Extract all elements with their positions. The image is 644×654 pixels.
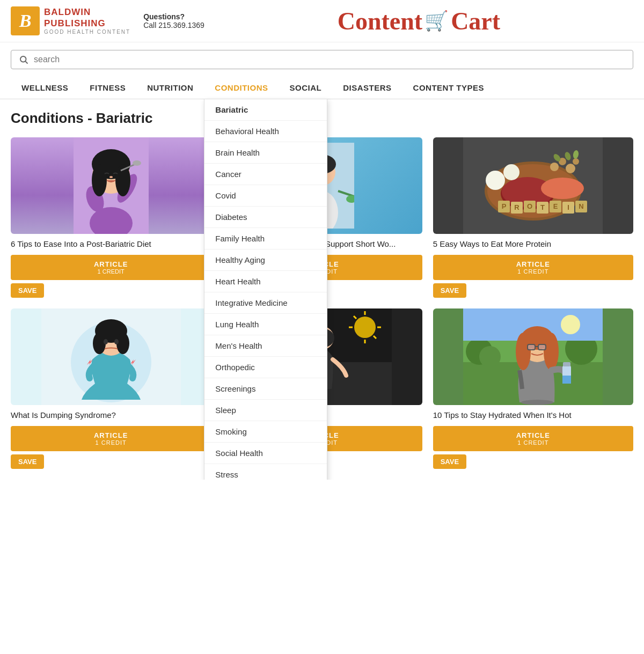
svg-point-79 [544, 333, 559, 370]
dropdown-item-heart-health[interactable]: Heart Health [204, 271, 327, 292]
svg-text:O: O [527, 202, 532, 210]
logo-area: B BALDWINPUBLISHING GOOD HEALTH CONTENT [11, 6, 130, 35]
content-word: Content [338, 7, 422, 35]
card-4-save-button[interactable]: SAVE [11, 454, 44, 469]
dropdown-item-orthopedic[interactable]: Orthopedic [204, 357, 327, 378]
nav-item-content-types[interactable]: CONTENT TYPES [402, 77, 495, 99]
hydrate-image [463, 308, 603, 405]
card-1-article-button[interactable]: ARTICLE 1 CREDIT [11, 255, 211, 280]
card-6-credit: 1 CREDIT [438, 439, 628, 446]
card-1-image [11, 137, 211, 234]
svg-point-12 [133, 160, 141, 166]
card-4-credit: 1 CREDIT [16, 439, 206, 446]
svg-text:E: E [553, 202, 558, 210]
svg-point-0 [20, 56, 26, 62]
contact-info: Questions? Call 215.369.1369 [143, 12, 204, 30]
card-6: 10 Tips to Stay Hydrated When It's Hot A… [433, 308, 633, 469]
card-1: 6 Tips to Ease Into a Post-Bariatric Die… [11, 137, 211, 298]
nav-item-fitness[interactable]: FITNESS [79, 77, 136, 99]
conditions-dropdown: Bariatric Behavioral Health Brain Health… [204, 99, 327, 480]
card-1-save-button[interactable]: SAVE [11, 283, 44, 298]
dropdown-item-stress[interactable]: Stress [204, 464, 327, 480]
card-1-type: ARTICLE [16, 260, 206, 268]
bariatric-woman-illustration [74, 137, 149, 234]
dropdown-item-bariatric[interactable]: Bariatric [204, 99, 327, 121]
svg-point-75 [561, 315, 580, 334]
cart-word: Cart [451, 7, 500, 35]
card-6-image [433, 308, 633, 405]
search-bar[interactable] [11, 50, 633, 69]
nav-bar: WELLNESS FITNESS NUTRITION CONDITIONS Ba… [0, 77, 644, 99]
dropdown-item-sleep[interactable]: Sleep [204, 400, 327, 421]
dropdown-item-screenings[interactable]: Screenings [204, 378, 327, 400]
svg-point-27 [550, 163, 559, 171]
svg-rect-85 [562, 376, 571, 384]
card-3-type: ARTICLE [438, 260, 628, 268]
svg-point-54 [104, 339, 108, 344]
svg-point-26 [503, 164, 519, 180]
brand-tagline: GOOD HEALTH CONTENT [44, 29, 130, 35]
card-6-type: ARTICLE [438, 431, 628, 439]
dropdown-item-brain-health[interactable]: Brain Health [204, 142, 327, 164]
dropdown-item-diabetes[interactable]: Diabetes [204, 207, 327, 228]
svg-point-86 [521, 400, 553, 405]
search-icon [19, 55, 28, 64]
dropdown-item-family-health[interactable]: Family Health [204, 228, 327, 249]
dropdown-item-social-health[interactable]: Social Health [204, 443, 327, 464]
nav-item-disasters[interactable]: DISASTERS [332, 77, 402, 99]
card-4-type: ARTICLE [16, 431, 206, 439]
svg-point-29 [566, 164, 575, 173]
svg-point-10 [109, 176, 113, 178]
nav-item-conditions[interactable]: CONDITIONS [204, 77, 279, 99]
svg-point-25 [486, 171, 505, 190]
card-4-title: What Is Dumping Syndrome? [11, 409, 211, 421]
logo-b: B [11, 6, 40, 35]
brand-name: BALDWINPUBLISHING [44, 7, 130, 29]
svg-text:N: N [579, 202, 584, 210]
card-4-article-button[interactable]: ARTICLE 1 CREDIT [11, 426, 211, 451]
nav-item-wellness[interactable]: WELLNESS [11, 77, 79, 99]
header: B BALDWINPUBLISHING GOOD HEALTH CONTENT … [0, 0, 644, 42]
svg-point-53 [116, 333, 129, 354]
svg-point-55 [114, 339, 119, 344]
brand-text: BALDWINPUBLISHING GOOD HEALTH CONTENT [44, 7, 130, 35]
content-cart-title: Content 🛒 Cart [338, 7, 500, 35]
card-3-save-button[interactable]: SAVE [433, 283, 466, 298]
nav-item-social[interactable]: SOCIAL [279, 77, 333, 99]
cart-icon: 🛒 [425, 10, 449, 32]
card-3-credit: 1 CREDIT [438, 268, 628, 275]
dropdown-item-cancer[interactable]: Cancer [204, 164, 327, 185]
card-6-save-button[interactable]: SAVE [433, 454, 466, 469]
search-input[interactable] [34, 55, 625, 64]
card-1-credit: 1 CREDIT [16, 268, 206, 275]
svg-text:T: T [540, 203, 545, 211]
svg-point-60 [354, 317, 376, 338]
dropdown-item-behavioral-health[interactable]: Behavioral Health [204, 121, 327, 142]
protein-image: P R O T E I N [463, 137, 603, 234]
card-3: P R O T E I N [433, 137, 633, 298]
dropdown-item-integrative-medicine[interactable]: Integrative Medicine [204, 292, 327, 314]
svg-point-24 [541, 178, 584, 199]
dropdown-item-lung-health[interactable]: Lung Health [204, 314, 327, 335]
dropdown-item-smoking[interactable]: Smoking [204, 421, 327, 443]
card-3-article-button[interactable]: ARTICLE 1 CREDIT [433, 255, 633, 280]
svg-point-52 [93, 333, 106, 354]
dropdown-item-covid[interactable]: Covid [204, 185, 327, 207]
dumping-syndrome-illustration [41, 308, 181, 405]
card-6-article-button[interactable]: ARTICLE 1 CREDIT [433, 426, 633, 451]
dropdown-item-healthy-aging[interactable]: Healthy Aging [204, 249, 327, 271]
card-3-title: 5 Easy Ways to Eat More Protein [433, 238, 633, 249]
questions-label: Questions? [143, 12, 204, 21]
dropdown-item-mens-health[interactable]: Men's Health [204, 335, 327, 357]
site-logo-center: Content 🛒 Cart [204, 7, 633, 35]
svg-text:I: I [568, 203, 570, 211]
svg-point-8 [92, 164, 107, 196]
card-1-title: 6 Tips to Ease Into a Post-Bariatric Die… [11, 238, 211, 249]
svg-rect-80 [528, 344, 535, 350]
svg-text:R: R [515, 203, 520, 211]
nav-item-nutrition[interactable]: NUTRITION [136, 77, 204, 99]
svg-point-78 [516, 333, 531, 370]
svg-rect-84 [563, 362, 570, 366]
card-4: What Is Dumping Syndrome? ARTICLE 1 CRED… [11, 308, 211, 469]
svg-point-30 [573, 158, 579, 165]
